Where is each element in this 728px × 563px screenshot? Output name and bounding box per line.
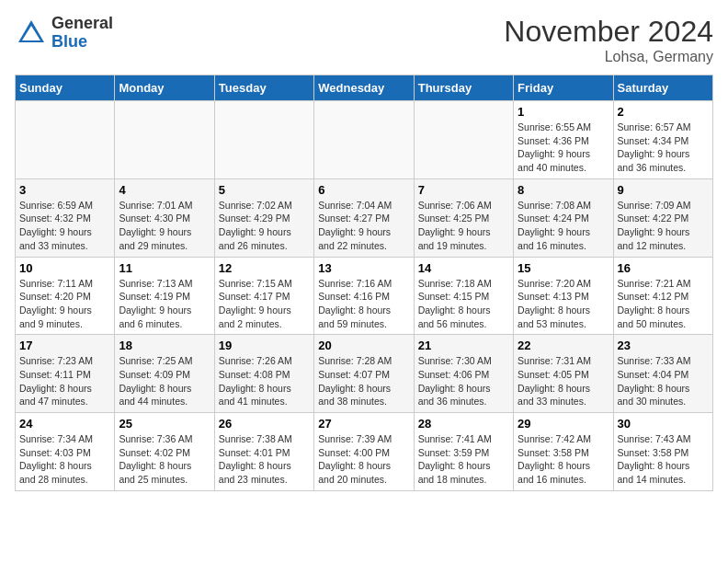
day-header-thursday: Thursday: [414, 75, 513, 101]
day-cell-20: 20Sunrise: 7:28 AMSunset: 4:07 PMDayligh…: [314, 335, 414, 413]
day-number: 17: [19, 339, 110, 352]
month-title: November 2024: [504, 15, 713, 49]
week-row-2: 3Sunrise: 6:59 AMSunset: 4:32 PMDaylight…: [16, 178, 713, 257]
day-info: Sunrise: 7:31 AMSunset: 4:05 PMDaylight:…: [518, 354, 609, 408]
day-info: Sunrise: 7:42 AMSunset: 3:58 PMDaylight:…: [518, 432, 609, 487]
day-number: 4: [119, 183, 210, 197]
day-info: Sunrise: 6:55 AMSunset: 4:36 PMDaylight:…: [518, 121, 609, 175]
day-number: 28: [418, 417, 509, 431]
empty-cell: [115, 101, 214, 179]
logo-icon: [15, 17, 48, 50]
empty-cell: [214, 101, 313, 179]
day-info: Sunrise: 7:13 AMSunset: 4:19 PMDaylight:…: [119, 277, 210, 331]
day-header-saturday: Saturday: [613, 75, 712, 101]
day-info: Sunrise: 7:25 AMSunset: 4:09 PMDaylight:…: [119, 354, 210, 408]
calendar-header: SundayMondayTuesdayWednesdayThursdayFrid…: [16, 75, 713, 101]
day-info: Sunrise: 7:43 AMSunset: 3:58 PMDaylight:…: [618, 432, 709, 487]
day-header-tuesday: Tuesday: [214, 75, 313, 101]
day-cell-21: 21Sunrise: 7:30 AMSunset: 4:06 PMDayligh…: [414, 335, 513, 413]
day-cell-13: 13Sunrise: 7:16 AMSunset: 4:16 PMDayligh…: [314, 257, 414, 335]
day-info: Sunrise: 7:06 AMSunset: 4:25 PMDaylight:…: [418, 199, 509, 253]
day-info: Sunrise: 7:28 AMSunset: 4:07 PMDaylight:…: [318, 354, 409, 408]
day-info: Sunrise: 7:16 AMSunset: 4:16 PMDaylight:…: [318, 277, 409, 331]
day-info: Sunrise: 7:26 AMSunset: 4:08 PMDaylight:…: [219, 354, 310, 408]
day-cell-12: 12Sunrise: 7:15 AMSunset: 4:17 PMDayligh…: [214, 257, 313, 335]
day-cell-23: 23Sunrise: 7:33 AMSunset: 4:04 PMDayligh…: [613, 335, 712, 413]
day-cell-15: 15Sunrise: 7:20 AMSunset: 4:13 PMDayligh…: [514, 257, 613, 335]
week-row-3: 10Sunrise: 7:11 AMSunset: 4:20 PMDayligh…: [16, 257, 713, 335]
day-info: Sunrise: 7:21 AMSunset: 4:12 PMDaylight:…: [618, 277, 709, 331]
day-info: Sunrise: 6:59 AMSunset: 4:32 PMDaylight:…: [19, 199, 110, 253]
day-number: 11: [119, 261, 210, 275]
day-number: 23: [618, 339, 709, 352]
day-number: 12: [219, 261, 310, 275]
day-number: 25: [119, 417, 210, 431]
day-cell-2: 2Sunrise: 6:57 AMSunset: 4:34 PMDaylight…: [613, 101, 712, 179]
day-info: Sunrise: 7:34 AMSunset: 4:03 PMDaylight:…: [19, 432, 110, 487]
header: General Blue November 2024 Lohsa, German…: [15, 15, 713, 65]
day-cell-7: 7Sunrise: 7:06 AMSunset: 4:25 PMDaylight…: [414, 178, 513, 257]
day-number: 27: [318, 417, 409, 431]
day-number: 18: [119, 339, 210, 352]
day-header-sunday: Sunday: [16, 75, 115, 101]
day-number: 5: [219, 183, 310, 197]
day-info: Sunrise: 7:33 AMSunset: 4:04 PMDaylight:…: [618, 354, 709, 408]
day-info: Sunrise: 7:23 AMSunset: 4:11 PMDaylight:…: [19, 354, 110, 408]
day-info: Sunrise: 7:30 AMSunset: 4:06 PMDaylight:…: [418, 354, 509, 408]
day-cell-14: 14Sunrise: 7:18 AMSunset: 4:15 PMDayligh…: [414, 257, 513, 335]
day-info: Sunrise: 7:15 AMSunset: 4:17 PMDaylight:…: [219, 277, 310, 331]
day-info: Sunrise: 7:01 AMSunset: 4:30 PMDaylight:…: [119, 199, 210, 253]
day-info: Sunrise: 7:38 AMSunset: 4:01 PMDaylight:…: [219, 432, 310, 487]
day-cell-19: 19Sunrise: 7:26 AMSunset: 4:08 PMDayligh…: [214, 335, 313, 413]
day-cell-16: 16Sunrise: 7:21 AMSunset: 4:12 PMDayligh…: [613, 257, 712, 335]
day-cell-10: 10Sunrise: 7:11 AMSunset: 4:20 PMDayligh…: [16, 257, 115, 335]
empty-cell: [414, 101, 513, 179]
day-number: 13: [318, 261, 409, 275]
logo-general-text: General: [51, 14, 113, 32]
logo-blue-text: Blue: [51, 32, 87, 51]
day-number: 16: [618, 261, 709, 275]
day-cell-8: 8Sunrise: 7:08 AMSunset: 4:24 PMDaylight…: [514, 178, 613, 257]
calendar: SundayMondayTuesdayWednesdayThursdayFrid…: [15, 75, 713, 491]
day-number: 26: [219, 417, 310, 431]
logo: General Blue: [15, 15, 113, 52]
week-row-1: 1Sunrise: 6:55 AMSunset: 4:36 PMDaylight…: [16, 101, 713, 179]
day-number: 20: [318, 339, 409, 352]
day-number: 3: [19, 183, 110, 197]
day-number: 10: [19, 261, 110, 275]
location: Lohsa, Germany: [504, 49, 713, 65]
day-cell-1: 1Sunrise: 6:55 AMSunset: 4:36 PMDaylight…: [514, 101, 613, 179]
day-number: 21: [418, 339, 509, 352]
day-info: Sunrise: 7:09 AMSunset: 4:22 PMDaylight:…: [618, 199, 709, 253]
day-cell-26: 26Sunrise: 7:38 AMSunset: 4:01 PMDayligh…: [214, 413, 313, 491]
day-cell-11: 11Sunrise: 7:13 AMSunset: 4:19 PMDayligh…: [115, 257, 214, 335]
day-cell-6: 6Sunrise: 7:04 AMSunset: 4:27 PMDaylight…: [314, 178, 414, 257]
day-info: Sunrise: 7:36 AMSunset: 4:02 PMDaylight:…: [119, 432, 210, 487]
day-info: Sunrise: 7:08 AMSunset: 4:24 PMDaylight:…: [518, 199, 609, 253]
day-number: 14: [418, 261, 509, 275]
day-header-monday: Monday: [115, 75, 214, 101]
day-info: Sunrise: 7:18 AMSunset: 4:15 PMDaylight:…: [418, 277, 509, 331]
week-row-5: 24Sunrise: 7:34 AMSunset: 4:03 PMDayligh…: [16, 413, 713, 491]
day-header-friday: Friday: [514, 75, 613, 101]
title-block: November 2024 Lohsa, Germany: [504, 15, 713, 65]
day-number: 9: [618, 183, 709, 197]
day-header-wednesday: Wednesday: [314, 75, 414, 101]
day-cell-25: 25Sunrise: 7:36 AMSunset: 4:02 PMDayligh…: [115, 413, 214, 491]
day-number: 8: [518, 183, 609, 197]
day-cell-9: 9Sunrise: 7:09 AMSunset: 4:22 PMDaylight…: [613, 178, 712, 257]
day-number: 1: [518, 105, 609, 119]
day-cell-5: 5Sunrise: 7:02 AMSunset: 4:29 PMDaylight…: [214, 178, 313, 257]
day-number: 6: [318, 183, 409, 197]
day-number: 24: [19, 417, 110, 431]
days-header-row: SundayMondayTuesdayWednesdayThursdayFrid…: [16, 75, 713, 101]
day-info: Sunrise: 7:39 AMSunset: 4:00 PMDaylight:…: [318, 432, 409, 487]
day-number: 7: [418, 183, 509, 197]
day-cell-27: 27Sunrise: 7:39 AMSunset: 4:00 PMDayligh…: [314, 413, 414, 491]
empty-cell: [16, 101, 115, 179]
day-number: 29: [518, 417, 609, 431]
day-info: Sunrise: 7:02 AMSunset: 4:29 PMDaylight:…: [219, 199, 310, 253]
day-number: 22: [518, 339, 609, 352]
logo-text: General Blue: [51, 15, 113, 52]
day-info: Sunrise: 7:11 AMSunset: 4:20 PMDaylight:…: [19, 277, 110, 331]
